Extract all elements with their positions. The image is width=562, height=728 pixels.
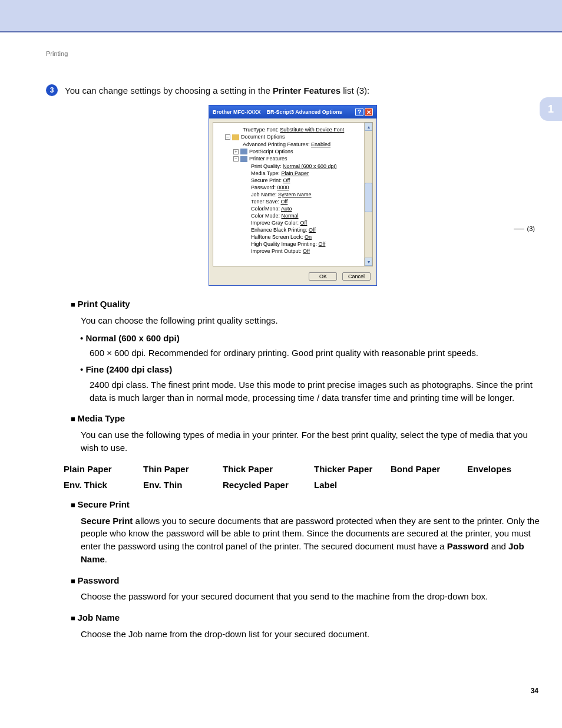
close-button[interactable]: ✕	[365, 108, 373, 116]
scroll-down-arrow[interactable]: ▾	[365, 258, 372, 266]
secure-print-desc: Secure Print allows you to secure docume…	[81, 515, 540, 566]
sp-mid: and	[489, 541, 508, 551]
sp-end: .	[105, 554, 107, 564]
step-text-pre: You can change settings by choosing a se…	[65, 85, 273, 95]
ps-icon	[240, 149, 247, 154]
feature-item-label: Improve Print Output:	[251, 248, 303, 254]
pq-normal-head: Normal (600 x 600 dpi)	[81, 332, 540, 345]
tree-feature-item[interactable]: Color Mode: Normal	[216, 212, 370, 219]
pq-normal: Normal (600 x 600 dpi) 600 × 600 dpi. Re…	[81, 332, 540, 360]
media-row-1: Plain Paper Thin Paper Thick Paper Thick…	[64, 464, 540, 474]
scroll-thumb[interactable]	[365, 183, 372, 212]
media-cell: Thin Paper	[143, 464, 223, 474]
feature-item-value: Plain Paper	[281, 170, 309, 176]
media-cell: Thick Paper	[223, 464, 314, 474]
folder-icon	[232, 134, 239, 140]
media-cell: Envelopes	[467, 464, 532, 474]
tree-feature-item[interactable]: Toner Save: Off	[216, 198, 370, 205]
feature-item-label: Password:	[251, 185, 277, 190]
dialog-body: TrueType Font: Substitute with Device Fo…	[213, 122, 373, 266]
tree-doc-options[interactable]: −Document Options	[216, 133, 370, 141]
feature-job-name: Job Name Choose the Job name from the dr…	[71, 611, 540, 641]
dialog-titlebar: Brother MFC-XXXX BR-Script3 Advanced Opt…	[209, 106, 376, 118]
dialog-screenshot-wrap: Brother MFC-XXXX BR-Script3 Advanced Opt…	[46, 105, 540, 286]
chapter-tab: 1	[540, 97, 562, 121]
feature-item-value: Off	[300, 220, 308, 226]
dialog-title-right: BR-Script3 Advanced Options	[267, 109, 342, 115]
print-quality-desc: You can choose the following print quali…	[81, 314, 540, 327]
feature-item-label: Color/Mono:	[251, 206, 281, 212]
tree-truetype[interactable]: TrueType Font: Substitute with Device Fo…	[216, 126, 370, 133]
tree-feature-item[interactable]: Enhance Black Printing: Off	[216, 226, 370, 233]
tree-feature-item[interactable]: High Quality Image Printing: Off	[216, 241, 370, 248]
feature-item-label: Halftone Screen Lock:	[251, 234, 305, 240]
cancel-button[interactable]: Cancel	[342, 272, 371, 281]
secure-print-head: Secure Print	[71, 498, 540, 511]
feature-item-value: Off	[281, 199, 288, 205]
tree-feature-item[interactable]: Job Name: System Name	[216, 191, 370, 198]
step-row: 3 You can change settings by choosing a …	[46, 84, 540, 97]
collapse-icon[interactable]: −	[233, 156, 239, 162]
scrollbar[interactable]: ▴ ▾	[364, 123, 372, 266]
page-number: 34	[0, 663, 562, 707]
doc-options-label: Document Options	[241, 134, 285, 140]
media-cell: Env. Thick	[64, 480, 143, 490]
feature-item-label: Media Type:	[251, 170, 281, 176]
truetype-value: Substitute with Device Font	[280, 127, 344, 133]
tree-postscript[interactable]: +PostScript Options	[216, 148, 370, 156]
feature-password: Password Choose the password for your se…	[71, 574, 540, 604]
sp-bold1: Secure Print	[81, 516, 133, 526]
ok-button[interactable]: OK	[309, 272, 337, 281]
media-type-desc: You can use the following types of media…	[81, 429, 540, 454]
media-cell: Thicker Paper	[314, 464, 391, 474]
password-head: Password	[71, 574, 540, 587]
tree-feature-item[interactable]: Media Type: Plain Paper	[216, 170, 370, 177]
pq-fine-head: Fine (2400 dpi class)	[81, 363, 540, 376]
pf-icon	[240, 156, 247, 162]
feature-item-value: Auto	[281, 206, 292, 212]
tree-feature-item[interactable]: Password: 0000	[216, 184, 370, 191]
job-name-head: Job Name	[71, 611, 540, 624]
feature-item-value: Normal (600 x 600 dpi)	[283, 163, 337, 169]
feature-item-value: Off	[303, 248, 310, 254]
tree-feature-item[interactable]: Halftone Screen Lock: On	[216, 233, 370, 241]
tree-feature-item[interactable]: Secure Print: Off	[216, 177, 370, 184]
postscript-label: PostScript Options	[249, 149, 293, 154]
feature-item-value: Normal	[282, 213, 299, 219]
step-number-badge: 3	[46, 84, 58, 96]
dialog-footer: OK Cancel	[209, 270, 376, 285]
media-cell: Bond Paper	[391, 464, 467, 474]
feature-secure-print: Secure Print Secure Print allows you to …	[71, 498, 540, 566]
scroll-up-arrow[interactable]: ▴	[365, 123, 372, 131]
callout-label: (3)	[527, 225, 535, 232]
feature-item-value: On	[305, 234, 312, 240]
pq-fine: Fine (2400 dpi class) 2400 dpi class. Th…	[81, 363, 540, 404]
tree-adv-printing[interactable]: Advanced Printing Features: Enabled	[216, 141, 370, 148]
tree-printer-features[interactable]: −Printer Features	[216, 155, 370, 163]
tree-feature-item[interactable]: Print Quality: Normal (600 x 600 dpi)	[216, 163, 370, 170]
callout-line	[514, 229, 524, 229]
feature-item-value: 0000	[277, 185, 289, 190]
step-text-bold: Printer Features	[273, 85, 340, 95]
feature-item-label: Enhance Black Printing:	[251, 227, 309, 233]
feature-item-value: System Name	[278, 192, 312, 197]
feature-item-label: Print Quality:	[251, 163, 283, 169]
expand-icon[interactable]: +	[233, 149, 239, 154]
password-desc: Choose the password for your secured doc…	[81, 590, 540, 603]
feature-item-value: Off	[319, 241, 326, 247]
help-button[interactable]: ?	[355, 108, 363, 116]
feature-item-label: Toner Save:	[251, 199, 281, 205]
feature-item-label: Job Name:	[251, 192, 278, 197]
tree-feature-item[interactable]: Improve Gray Color: Off	[216, 219, 370, 226]
media-type-grid: Plain Paper Thin Paper Thick Paper Thick…	[64, 464, 540, 490]
pq-fine-desc: 2400 dpi class. The finest print mode. U…	[90, 378, 540, 404]
media-row-2: Env. Thick Env. Thin Recycled Paper Labe…	[64, 480, 540, 490]
dialog-title-left: Brother MFC-XXXX	[213, 109, 261, 115]
page-content: Printing 3 You can change settings by ch…	[0, 32, 562, 663]
tree-feature-item[interactable]: Color/Mono: Auto	[216, 205, 370, 212]
tree-feature-item[interactable]: Improve Print Output: Off	[216, 248, 370, 255]
feature-item-label: Color Mode:	[251, 213, 282, 219]
collapse-icon[interactable]: −	[225, 134, 230, 140]
media-cell: Recycled Paper	[223, 480, 314, 490]
feature-print-quality: Print Quality You can choose the followi…	[71, 298, 540, 404]
